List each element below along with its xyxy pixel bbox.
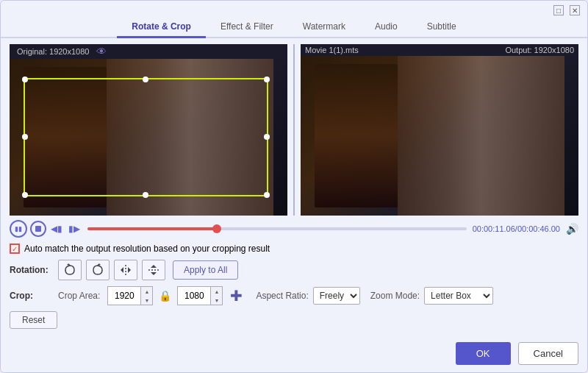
content-area: Original: 1920x1080 👁 — [1, 38, 587, 336]
close-button[interactable]: ✕ — [570, 5, 580, 15]
flip-vertical-button[interactable] — [142, 260, 165, 280]
video-row: Original: 1920x1080 👁 — [10, 44, 578, 216]
tab-subtitle[interactable]: Subtitle — [412, 17, 471, 38]
tab-rotate-crop[interactable]: Rotate & Crop — [117, 17, 206, 38]
bottom-buttons: OK Cancel — [1, 336, 587, 372]
crop-height-up[interactable]: ▲ — [210, 287, 222, 296]
crosshair-icon[interactable]: ✚ — [230, 287, 243, 305]
svg-marker-6 — [151, 265, 157, 268]
eye-icon[interactable]: 👁 — [96, 46, 107, 57]
output-label: Output: 1920x1080 — [505, 46, 574, 54]
preview-video-panel: Movie 1(1).mts Output: 1920x1080 — [301, 44, 578, 216]
preview-video — [301, 56, 578, 216]
auto-match-label: Auto match the output resolution based o… — [24, 244, 270, 254]
original-video-panel: Original: 1920x1080 👁 — [10, 44, 287, 216]
main-window: □ ✕ Rotate & Crop Effect & Filter Waterm… — [0, 0, 588, 373]
rotation-label: Rotation: — [10, 265, 54, 275]
auto-match-row: ✓ Auto match the output resolution based… — [10, 241, 578, 257]
original-video — [10, 59, 287, 216]
svg-marker-3 — [121, 267, 123, 273]
crop-overlay[interactable] — [24, 78, 268, 197]
crop-height-input-group: ▲ ▼ — [177, 286, 223, 305]
crop-label: Crop: — [10, 291, 54, 301]
crop-handle-tl[interactable] — [22, 77, 28, 82]
crop-width-input[interactable] — [108, 287, 140, 305]
rotation-row: Rotation: — [10, 257, 578, 283]
aspect-ratio-select[interactable]: Freely 16:9 4:3 1:1 — [313, 287, 360, 305]
crop-height-down[interactable]: ▼ — [210, 296, 222, 305]
volume-icon[interactable]: 🔊 — [566, 223, 578, 235]
crop-handle-br[interactable] — [264, 192, 270, 198]
apply-to-all-button[interactable]: Apply to All — [173, 260, 238, 280]
skip-prev-button[interactable]: ◀▮ — [49, 221, 64, 236]
zoom-mode-label: Zoom Mode: — [370, 291, 420, 301]
flip-horizontal-button[interactable] — [114, 260, 137, 280]
ok-button[interactable]: OK — [456, 342, 511, 365]
tab-effect-filter[interactable]: Effect & Filter — [206, 17, 288, 38]
crop-handle-ml[interactable] — [22, 134, 28, 140]
crop-width-down[interactable]: ▼ — [140, 296, 152, 305]
pause-button[interactable]: ▮▮ — [10, 220, 27, 238]
tab-audio[interactable]: Audio — [360, 17, 412, 38]
svg-marker-7 — [151, 272, 157, 275]
svg-marker-4 — [128, 267, 131, 273]
crop-handle-tm[interactable] — [143, 77, 148, 82]
title-bar: □ ✕ — [1, 1, 587, 15]
reset-button[interactable]: Reset — [10, 311, 57, 329]
skip-next-button[interactable]: ▮▶ — [67, 221, 82, 236]
progress-bar[interactable] — [87, 227, 467, 230]
crop-width-up[interactable]: ▲ — [140, 287, 152, 296]
aspect-ratio-label: Aspect Ratio: — [256, 291, 308, 301]
tab-watermark[interactable]: Watermark — [288, 17, 360, 38]
crop-handle-tr[interactable] — [264, 77, 270, 82]
crop-width-input-group: ▲ ▼ — [107, 286, 153, 305]
lock-icon[interactable]: 🔒 — [159, 290, 171, 302]
tab-bar: Rotate & Crop Effect & Filter Watermark … — [1, 17, 587, 38]
crop-area-label: Crop Area: — [58, 291, 100, 301]
reset-row: Reset — [10, 308, 578, 332]
rotate-right-button[interactable] — [86, 260, 110, 280]
rotate-left-button[interactable] — [58, 260, 82, 280]
progress-fill — [87, 227, 220, 230]
time-display: 00:00:11.06/00:00:46.00 — [473, 224, 560, 233]
cancel-button[interactable]: Cancel — [518, 342, 578, 365]
crop-height-input[interactable] — [178, 287, 210, 305]
playback-controls: ▮▮ ◀▮ ▮▶ 00:00:11.06/00:00:46.00 🔊 — [10, 216, 578, 241]
auto-match-checkbox[interactable]: ✓ — [10, 244, 20, 254]
panel-divider — [293, 44, 295, 216]
preview-filename: Movie 1(1).mts — [305, 46, 359, 54]
progress-thumb[interactable] — [212, 224, 221, 233]
stop-button[interactable] — [30, 221, 46, 237]
minimize-button[interactable]: □ — [553, 5, 564, 15]
crop-row: Crop: Crop Area: ▲ ▼ 🔒 ▲ ▼ ✚ — [10, 283, 578, 308]
original-label: Original: 1920x1080 — [14, 46, 92, 57]
zoom-mode-select[interactable]: Letter Box Pan & Scan Full — [424, 287, 493, 305]
